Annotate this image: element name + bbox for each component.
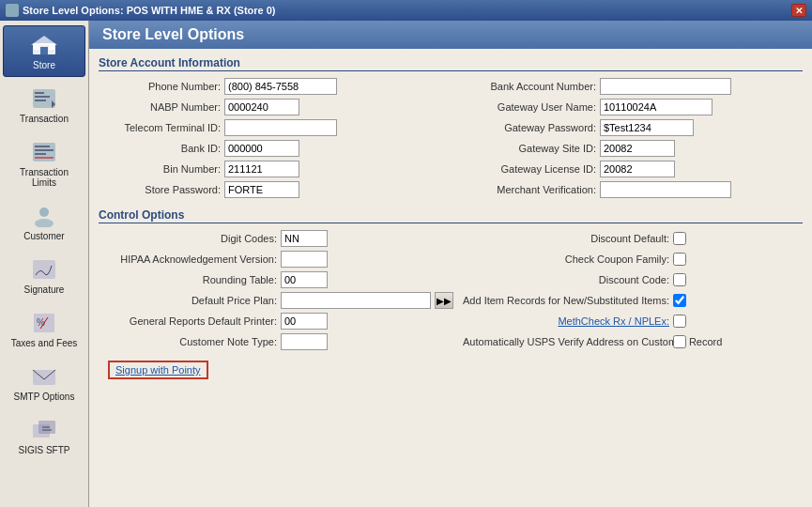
main-layout: Store Transaction: [0, 21, 812, 507]
telecom-input[interactable]: [224, 119, 337, 136]
sigis-icon: [29, 417, 59, 443]
methcheck-link[interactable]: MethCheck Rx / NPLEx:: [558, 315, 669, 327]
sidebar-item-customer[interactable]: Customer: [3, 196, 85, 248]
hipaa-row: HIPAA Acknowledgement Version:: [99, 250, 453, 269]
phone-label: Phone Number:: [99, 81, 221, 92]
usps-row: Automatically USPS Verify Address on Cus…: [463, 332, 803, 351]
store-account-header: Store Account Information: [99, 56, 803, 71]
merchant-label: Merchant Verification:: [455, 184, 596, 195]
discount-default-checkbox[interactable]: [673, 232, 686, 245]
bankid-label: Bank ID:: [99, 143, 221, 154]
sidebar-item-transaction-limits[interactable]: Transaction Limits: [3, 132, 85, 194]
nabp-label: NABP Number:: [99, 101, 221, 113]
signup-link-container: Signup with Pointy: [108, 361, 208, 379]
merchant-input[interactable]: [600, 181, 731, 198]
svg-rect-17: [33, 260, 55, 279]
general-reports-input[interactable]: [281, 313, 328, 330]
control-right-col: Discount Default: Check Coupon Family: D…: [463, 229, 803, 353]
right-col: Bank Account Number: Gateway User Name: …: [455, 77, 803, 201]
general-reports-row: General Reports Default Printer:: [99, 312, 453, 330]
customer-note-row: Customer Note Type:: [99, 332, 453, 351]
check-coupon-label: Check Coupon Family:: [463, 254, 669, 265]
gw-license-row: Gateway License ID:: [455, 160, 803, 178]
bin-input[interactable]: [224, 161, 299, 177]
sidebar-item-transaction[interactable]: Transaction: [3, 79, 85, 131]
svg-rect-2: [40, 47, 48, 54]
bank-acct-label: Bank Account Number:: [455, 81, 596, 92]
phone-row: Phone Number:: [99, 77, 446, 96]
svg-rect-3: [34, 45, 39, 50]
close-button[interactable]: ✕: [791, 4, 806, 17]
sidebar-smtp-label: SMTP Options: [14, 392, 75, 402]
discount-code-checkbox[interactable]: [673, 273, 686, 286]
add-item-checkbox[interactable]: [673, 294, 686, 307]
hipaa-label: HIPAA Acknowledgement Version:: [99, 254, 277, 265]
price-plan-arrow-button[interactable]: ▶▶: [435, 292, 453, 309]
svg-marker-1: [31, 36, 57, 45]
telecom-row: Telecom Terminal ID:: [99, 118, 446, 137]
svg-rect-8: [35, 100, 46, 101]
gw-pwd-row: Gateway Password:: [455, 118, 803, 137]
phone-input[interactable]: [224, 78, 337, 95]
sidebar-item-smtp[interactable]: SMTP Options: [3, 357, 85, 408]
bin-label: Bin Number:: [99, 163, 221, 175]
discount-default-row: Discount Default:: [463, 229, 803, 248]
sidebar-item-taxes-fees[interactable]: % Taxes and Fees: [3, 303, 85, 355]
methcheck-label: MethCheck Rx / NPLEx:: [463, 315, 669, 327]
signature-icon: [29, 256, 59, 283]
check-coupon-checkbox[interactable]: [673, 253, 686, 266]
bankid-input[interactable]: [224, 140, 299, 157]
gw-pwd-input[interactable]: [600, 119, 694, 136]
bank-acct-input[interactable]: [600, 78, 731, 95]
signup-link[interactable]: Signup with Pointy: [115, 364, 201, 376]
svg-text:%: %: [37, 317, 45, 328]
svg-point-15: [39, 207, 49, 217]
sidebar-item-sigis[interactable]: SIGIS SFTP: [3, 410, 85, 462]
sidebar-item-signature[interactable]: Signature: [3, 250, 85, 301]
control-options-form: Digit Codes: HIPAA Acknowledgement Versi…: [99, 229, 803, 353]
discount-code-label: Discount Code:: [463, 274, 669, 285]
nabp-row: NABP Number:: [99, 98, 446, 116]
add-item-label: Add Item Records for New/Substituted Ite…: [463, 295, 669, 306]
sidebar-item-store[interactable]: Store: [3, 25, 85, 77]
bank-acct-row: Bank Account Number:: [455, 77, 803, 96]
hipaa-input[interactable]: [281, 251, 328, 268]
taxes-icon: %: [29, 310, 59, 336]
usps-label: Automatically USPS Verify Address on Cus…: [463, 336, 669, 347]
rounding-row: Rounding Table:: [99, 270, 453, 289]
svg-rect-11: [35, 146, 50, 147]
control-left-col: Digit Codes: HIPAA Acknowledgement Versi…: [99, 229, 453, 353]
nabp-input[interactable]: [224, 99, 299, 115]
gw-user-input[interactable]: [600, 99, 712, 115]
svg-rect-12: [35, 149, 54, 151]
title-bar: Store Level Options: POS WITH HME & RX (…: [0, 0, 812, 21]
check-coupon-row: Check Coupon Family:: [463, 250, 803, 269]
price-plan-input[interactable]: [281, 292, 431, 309]
store-account-form: Phone Number: NABP Number: Telecom Termi…: [99, 77, 803, 201]
left-col: Phone Number: NABP Number: Telecom Termi…: [99, 77, 446, 201]
gw-license-input[interactable]: [600, 161, 675, 177]
window-title: Store Level Options: POS WITH HME & RX (…: [23, 5, 276, 16]
rounding-input[interactable]: [281, 271, 328, 288]
store-account-section: Store Account Information Phone Number: …: [99, 56, 803, 201]
sidebar-taxes-label: Taxes and Fees: [11, 338, 78, 348]
svg-rect-13: [35, 153, 46, 155]
app-icon: [6, 4, 19, 17]
svg-point-16: [35, 219, 54, 227]
customer-note-input[interactable]: [281, 333, 328, 350]
usps-checkbox[interactable]: [673, 335, 686, 348]
customer-icon: [29, 203, 59, 229]
control-options-header: Control Options: [99, 208, 803, 223]
rounding-label: Rounding Table:: [99, 274, 277, 285]
transaction-limits-icon: [29, 139, 59, 165]
sidebar-tx-limits-label: Transaction Limits: [8, 167, 81, 188]
digit-codes-input[interactable]: [281, 230, 328, 247]
add-item-row: Add Item Records for New/Substituted Ite…: [463, 291, 803, 310]
telecom-label: Telecom Terminal ID:: [99, 122, 221, 133]
store-pwd-input[interactable]: [224, 181, 299, 198]
gw-site-input[interactable]: [600, 140, 675, 157]
bin-row: Bin Number:: [99, 160, 446, 178]
methcheck-row: MethCheck Rx / NPLEx:: [463, 312, 803, 330]
methcheck-checkbox[interactable]: [673, 315, 686, 328]
general-reports-label: General Reports Default Printer:: [99, 315, 277, 327]
